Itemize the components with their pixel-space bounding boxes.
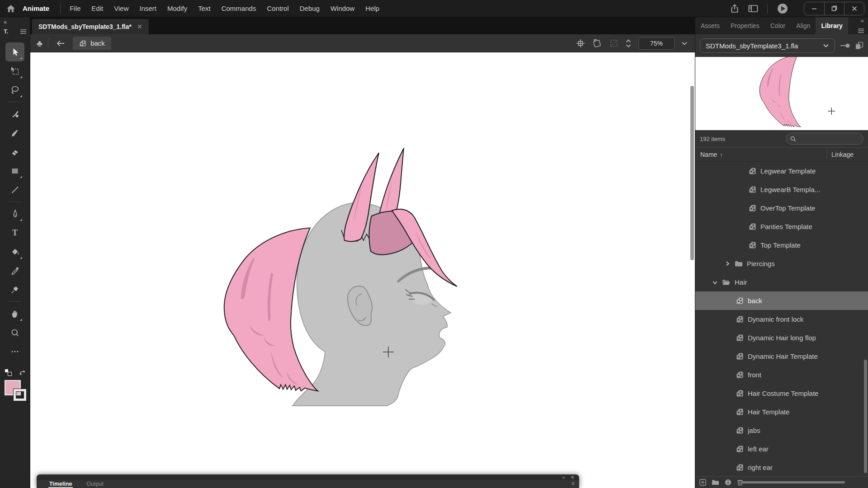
new-symbol-button[interactable] — [699, 479, 706, 486]
home-button[interactable] — [3, 0, 19, 17]
app-title: Animate — [23, 5, 49, 12]
asset-warp-pin-tool[interactable] — [5, 280, 24, 299]
swap-colors-icon[interactable] — [19, 368, 27, 375]
library-search[interactable] — [786, 133, 863, 145]
item-properties-button[interactable] — [725, 479, 731, 486]
library-row[interactable]: Top Template — [695, 236, 868, 254]
tab-timeline[interactable]: Timeline — [48, 480, 73, 488]
text-tool[interactable]: T — [5, 223, 24, 242]
library-row[interactable]: OverTop Template — [695, 199, 868, 217]
menu-item-commands[interactable]: Commands — [216, 0, 262, 17]
default-colors-icon[interactable] — [4, 368, 12, 376]
clip-content-icon[interactable] — [609, 39, 618, 48]
library-row[interactable]: Dynamic Hair Template — [695, 347, 868, 366]
tab-properties[interactable]: Properties — [725, 17, 765, 34]
center-stage-icon[interactable] — [576, 39, 585, 48]
stage-canvas[interactable]: « ✕ Timeline Output ≡ — [30, 52, 695, 488]
menu-item-insert[interactable]: Insert — [134, 0, 162, 17]
document-tab[interactable]: SDTMods_sbyTemplate3_1.fla* ✕ — [32, 19, 149, 34]
library-row[interactable]: Panties Template — [695, 217, 868, 236]
workspace-button[interactable] — [748, 5, 758, 13]
library-row-selected[interactable]: back — [695, 291, 868, 310]
eyedropper-tool[interactable] — [5, 261, 24, 280]
menu-item-modify[interactable]: Modify — [162, 0, 193, 17]
library-horizontal-scrollbar[interactable] — [742, 481, 845, 483]
zoom-presets-chevron-icon[interactable] — [681, 41, 688, 46]
paint-bucket-tool[interactable] — [5, 242, 24, 261]
column-header-name[interactable]: Name ↑ — [695, 151, 723, 158]
library-vertical-scrollbar[interactable] — [864, 360, 867, 473]
zoom-level-field[interactable]: 75% — [638, 37, 675, 50]
scene-icon[interactable]: ♣ — [37, 39, 42, 48]
library-row[interactable]: left ear — [695, 440, 868, 458]
library-row[interactable]: front — [695, 366, 868, 384]
menu-item-window[interactable]: Window — [325, 0, 360, 17]
menu-item-debug[interactable]: Debug — [294, 0, 325, 17]
zoom-stepper[interactable] — [625, 38, 632, 48]
library-folder-row[interactable]: Piercings — [695, 254, 868, 273]
chevron-down-icon[interactable] — [712, 280, 718, 285]
library-row[interactable]: Legwear Template — [695, 162, 868, 180]
library-row[interactable]: Dynamic front lock — [695, 310, 868, 328]
hand-tool[interactable] — [5, 304, 24, 323]
tab-color[interactable]: Color — [765, 17, 791, 34]
column-divider[interactable] — [827, 150, 827, 159]
library-row[interactable]: LegwearB Templa... — [695, 180, 868, 199]
tools-panel-title: T. — [4, 28, 8, 35]
stroke-color-swatch[interactable] — [14, 389, 26, 401]
share-button[interactable] — [730, 4, 739, 13]
dock-expand-icon[interactable]: » — [861, 18, 864, 23]
menu-item-help[interactable]: Help — [360, 0, 385, 17]
tab-close-icon[interactable]: ✕ — [137, 23, 142, 30]
library-row[interactable]: jabs — [695, 421, 868, 440]
eraser-tool[interactable] — [5, 142, 24, 161]
library-item-label: Panties Template — [760, 223, 812, 230]
tab-output[interactable]: Output — [85, 480, 104, 487]
library-row[interactable]: Hair Costume Template — [695, 384, 868, 403]
timeline-collapse-icon[interactable]: « — [562, 475, 565, 480]
timeline-close-icon[interactable]: ✕ — [571, 475, 575, 480]
tab-assets[interactable]: Assets — [695, 17, 725, 34]
menu-item-view[interactable]: View — [108, 0, 134, 17]
classic-brush-tool[interactable] — [5, 123, 24, 142]
menu-item-control[interactable]: Control — [261, 0, 294, 17]
library-item-label: Dynamic Hair long flop — [748, 334, 816, 342]
rotation-tool-icon[interactable] — [592, 38, 603, 48]
more-tools-button[interactable] — [5, 342, 24, 361]
zoom-tool[interactable] — [5, 323, 24, 342]
restore-button[interactable] — [824, 2, 844, 15]
menu-item-text[interactable]: Text — [193, 0, 216, 17]
search-input[interactable] — [799, 135, 859, 143]
library-row[interactable]: Dynamic Hair long flop — [695, 328, 868, 347]
selection-tool[interactable] — [5, 42, 24, 61]
rectangle-tool[interactable] — [5, 161, 24, 180]
tools-panel-menu-icon[interactable] — [20, 29, 26, 34]
free-transform-tool[interactable] — [5, 61, 24, 80]
column-header-linkage[interactable]: Linkage — [831, 151, 854, 158]
tab-align[interactable]: Align — [791, 17, 816, 34]
library-document-select[interactable]: SDTMods_sbyTemplate3_1.fla — [700, 38, 835, 53]
line-tool[interactable] — [5, 180, 24, 199]
menu-item-file[interactable]: File — [64, 0, 86, 17]
library-folder-row[interactable]: Hair — [695, 273, 868, 291]
minimize-button[interactable] — [804, 2, 824, 15]
new-library-panel-icon[interactable] — [855, 42, 863, 50]
panel-menu-icon[interactable] — [858, 28, 864, 33]
chevron-right-icon[interactable] — [724, 261, 731, 267]
timeline-menu-icon[interactable]: ≡ — [571, 480, 575, 487]
close-button[interactable] — [844, 2, 864, 15]
test-movie-play-button[interactable] — [777, 3, 788, 14]
current-symbol-breadcrumb[interactable]: back — [73, 37, 111, 50]
pen-tool[interactable] — [5, 204, 24, 223]
canvas-vertical-scrollbar[interactable] — [690, 86, 694, 260]
tab-library[interactable]: Library — [816, 17, 848, 34]
library-row[interactable]: right ear — [695, 458, 868, 476]
fluid-brush-tool[interactable] — [5, 104, 24, 123]
menu-item-edit[interactable]: Edit — [86, 0, 108, 17]
lasso-tool[interactable] — [5, 80, 24, 99]
pin-library-icon[interactable] — [840, 42, 850, 49]
back-navigation-button[interactable] — [54, 37, 67, 50]
library-row[interactable]: Hair Template — [695, 403, 868, 421]
new-folder-button[interactable] — [712, 479, 719, 485]
collapse-panel-icon[interactable]: « — [4, 19, 26, 25]
